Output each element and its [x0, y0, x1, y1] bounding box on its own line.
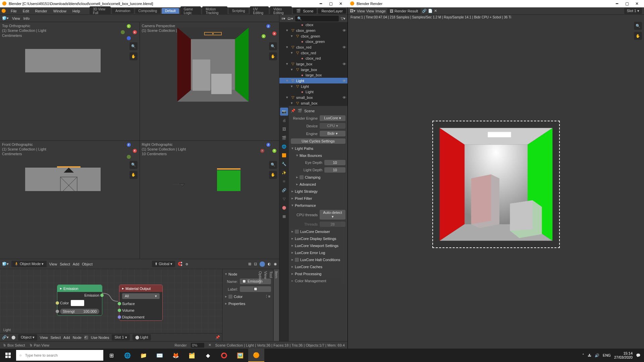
shading-lookdev-icon[interactable]: ◐	[268, 262, 271, 266]
device-select[interactable]: CPU ▾	[320, 123, 345, 129]
outliner-item[interactable]: ●large_box	[279, 72, 347, 78]
pan-icon[interactable]: ✋	[269, 52, 277, 60]
menu-add[interactable]: Add	[63, 336, 70, 340]
ws-tab[interactable]: Animation	[112, 8, 133, 14]
axis-gizmo[interactable]: Y X	[121, 24, 137, 40]
chrome-icon[interactable]: ⭕	[216, 349, 232, 362]
lang-indicator[interactable]: ENG	[603, 353, 611, 357]
editor-type-icon[interactable]: 🧊▾	[2, 262, 9, 266]
panel-light-paths[interactable]: ▾Light Paths	[291, 145, 345, 152]
outliner-item[interactable]: ▾▽cbox_red	[279, 50, 347, 56]
pan-icon[interactable]: ✋	[129, 52, 138, 60]
overlay-icon[interactable]: ⊞	[248, 262, 251, 266]
panel-lux-error[interactable]: ▸LuxCore Error Log	[291, 249, 345, 256]
volume-icon[interactable]: 🔊	[595, 353, 599, 358]
visibility-icon[interactable]: 👁	[342, 28, 346, 33]
tab-output-icon[interactable]: 🖨	[280, 116, 288, 124]
outliner[interactable]: ●cbox▾▽cbox_green👁▾▽cbox_green●cbox_gree…	[279, 22, 347, 106]
outliner-item[interactable]: ▾▽cbox_red👁	[279, 44, 347, 50]
pan-icon[interactable]: ✋	[634, 32, 642, 40]
menu-render[interactable]: Render	[33, 8, 50, 14]
proportional-icon[interactable]: ⭘	[185, 262, 189, 266]
viewport-camera[interactable]: Camera Perspective (1) Scene Collection …	[140, 22, 279, 140]
outliner-item[interactable]: ▾▽Light👁	[279, 78, 347, 83]
render-result-select[interactable]: 🖼 Render Result	[387, 8, 421, 14]
node-editor[interactable]: ▸ Emission Emission Color Strengt100.000…	[0, 269, 222, 341]
axis-gizmo[interactable]: Z X	[121, 143, 137, 159]
menu-view[interactable]: View	[49, 262, 57, 266]
pin-icon[interactable]: 📌	[291, 109, 296, 113]
snap-icon[interactable]: 🧲	[178, 262, 182, 266]
panel-post-processing[interactable]: ▸Post Processing	[291, 270, 345, 277]
display-mode-icon[interactable]: 🗂▾	[287, 16, 293, 21]
photos-icon[interactable]: 🖼️	[232, 349, 248, 362]
pan-icon[interactable]: ✋	[129, 171, 138, 179]
engine-select[interactable]: Bidir ▾	[320, 131, 345, 136]
pin-icon[interactable]: 📌	[215, 335, 220, 340]
blender-logo-icon[interactable]: 🟠	[1, 9, 6, 13]
outliner-item[interactable]: ▾▽large_box👁	[279, 61, 347, 67]
outliner-item[interactable]: ●cbox_green	[279, 39, 347, 44]
tab-particle-icon[interactable]: ✨	[280, 169, 288, 177]
tab-object-icon[interactable]: 🟧	[280, 151, 288, 159]
node-emission[interactable]: ▸ Emission Emission Color Strengt100.000	[57, 285, 102, 316]
data-type-select[interactable]: Object ▾	[18, 334, 37, 341]
cpu-threads-select[interactable]: Auto-detect ▾	[320, 210, 345, 220]
outliner-item[interactable]: ▾▽cbox_green👁	[279, 27, 347, 33]
slot-select[interactable]: Slot 1 ▾	[624, 8, 642, 14]
tab-tool[interactable]: Tool	[268, 269, 274, 341]
axis-gizmo[interactable]: Z Y X	[260, 143, 276, 159]
maximize-button[interactable]: ▢	[326, 0, 336, 7]
use-nodes-checkbox[interactable]	[84, 336, 88, 340]
panel-lux-halt[interactable]: ▸ LuxCore Halt Conditions	[291, 256, 345, 263]
explorer-icon[interactable]: 📁	[136, 349, 152, 362]
menu-node[interactable]: Node	[73, 336, 82, 340]
edge-icon[interactable]: 🌐	[119, 349, 136, 362]
panel-performance[interactable]: ▾Performance	[291, 202, 345, 209]
outliner-item[interactable]: ●cbox_red	[279, 56, 347, 61]
editor-type-icon[interactable]: 🧊▾	[2, 16, 9, 20]
close-render-icon[interactable]: ✕	[434, 9, 437, 13]
tab-constraint-icon[interactable]: 🔗	[280, 186, 288, 194]
color-swatch[interactable]	[71, 300, 84, 306]
shader-type-icon[interactable]: ⬤	[11, 335, 15, 340]
ws-tab[interactable]: UV Editing	[250, 6, 269, 16]
tab-texture-icon[interactable]: ▦	[280, 212, 288, 220]
panel-lux-caches[interactable]: ▸LuxCore Caches	[291, 263, 345, 270]
renderlayer-selector[interactable]: RenderLayer	[318, 8, 346, 14]
outliner-item[interactable]: ▾▽large_box	[279, 67, 347, 72]
start-button[interactable]	[0, 349, 16, 362]
viewport-front[interactable]: Front Orthographic (1) Scene Collection …	[0, 141, 140, 259]
menu-edit[interactable]: Edit	[20, 8, 32, 14]
menu-window[interactable]: Window	[51, 8, 69, 14]
tab-viewlayer-icon[interactable]: 🖼	[280, 125, 288, 133]
filter-icon[interactable]: ▽▾	[341, 16, 345, 21]
use-cycles-button[interactable]: Use Cycles Settings	[291, 138, 345, 144]
quad-menu-view[interactable]: View	[12, 16, 20, 20]
quad-menu-info[interactable]: Info	[23, 16, 30, 20]
eye-depth-field[interactable]: 10	[324, 160, 345, 165]
new-icon[interactable]: 📄	[428, 9, 433, 13]
tray-chevron-icon[interactable]: ˄	[582, 353, 584, 358]
panel-lux-viewport[interactable]: ▸LuxCore Viewport Settings	[291, 242, 345, 249]
strength-field[interactable]: Strengt100.000	[60, 309, 99, 314]
visibility-icon[interactable]: 👁	[342, 79, 346, 83]
outliner-item[interactable]: ▾▽cbox_green	[279, 33, 347, 39]
close-button[interactable]: ✕	[336, 0, 346, 7]
editor-type-icon[interactable]: ≡▾	[281, 16, 285, 21]
taskbar-search[interactable]: ○ Type here to search	[16, 350, 103, 361]
outliner-item[interactable]: ▾▽Light	[279, 83, 347, 89]
mode-selector[interactable]: 🧍 Object Mode ▾	[11, 261, 47, 267]
taskview-icon[interactable]: ⊞	[103, 349, 119, 362]
menu-select[interactable]: Select	[60, 262, 70, 266]
panel-pixel-filter[interactable]: ▸Pixel Filter	[291, 195, 345, 202]
tab-render-icon[interactable]: 📷	[280, 108, 288, 116]
panel-advanced[interactable]: ▸Advanced	[296, 181, 345, 188]
menu-select[interactable]: Select	[51, 336, 61, 340]
tab-modifier-icon[interactable]: 🔧	[280, 160, 288, 168]
panel-light-strategy[interactable]: ▸Light Strategy	[291, 188, 345, 195]
panel-clamping[interactable]: ▸ Clamping	[296, 174, 345, 181]
cancel-render-button[interactable]: ✕	[208, 343, 211, 347]
ws-tab[interactable]: Scripting	[229, 8, 249, 14]
tab-physics-icon[interactable]: ⚛	[280, 177, 288, 185]
